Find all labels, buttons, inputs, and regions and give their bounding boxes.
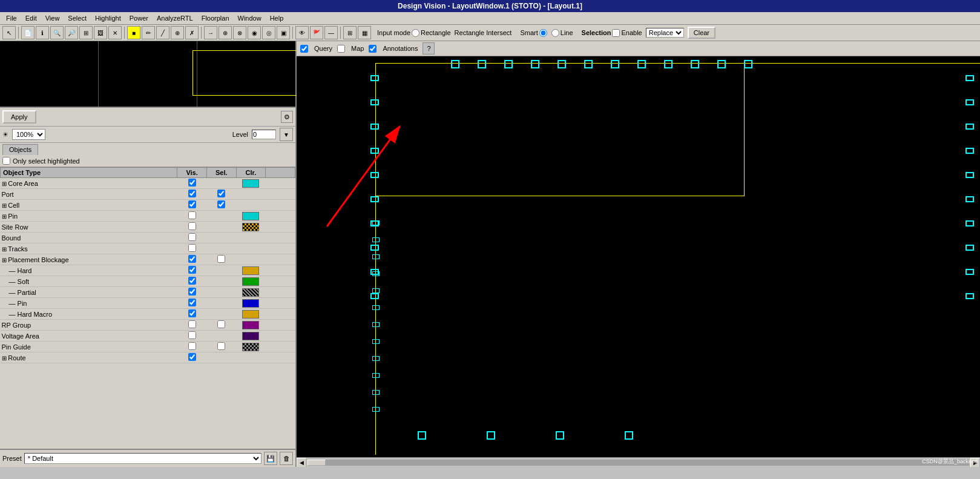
- clr-cell[interactable]: [236, 243, 266, 254]
- vis-checkbox[interactable]: [188, 244, 196, 252]
- color-swatch[interactable]: [242, 179, 259, 188]
- color-swatch[interactable]: [242, 299, 259, 308]
- menu-window[interactable]: Window: [234, 13, 265, 23]
- tool-zoom-fit[interactable]: ⊞: [79, 26, 93, 39]
- canvas-content[interactable]: [297, 57, 980, 455]
- color-swatch[interactable]: [242, 332, 259, 340]
- clr-cell[interactable]: [236, 233, 266, 243]
- tool-grid1[interactable]: ⊞: [343, 26, 357, 39]
- tool-x2[interactable]: ✗: [185, 26, 199, 39]
- tool-x[interactable]: ✕: [108, 26, 122, 39]
- vis-checkbox[interactable]: [188, 309, 196, 317]
- vis-checkbox[interactable]: [188, 200, 196, 208]
- tool-info[interactable]: ℹ: [36, 26, 49, 39]
- preset-save-button[interactable]: 💾: [264, 452, 277, 465]
- sel-checkbox[interactable]: [217, 190, 225, 197]
- tool-minus[interactable]: —: [324, 26, 338, 39]
- clr-cell[interactable]: [236, 178, 266, 189]
- radio-rectangle[interactable]: [412, 29, 419, 37]
- vis-checkbox[interactable]: [188, 222, 196, 230]
- table-row[interactable]: Voltage Area: [1, 331, 295, 342]
- clr-cell[interactable]: [236, 189, 266, 200]
- expand-icon[interactable]: ⊞: [2, 202, 8, 209]
- vis-checkbox[interactable]: [188, 353, 196, 361]
- color-swatch[interactable]: [242, 266, 259, 275]
- table-row[interactable]: — Hard: [1, 265, 295, 276]
- table-row[interactable]: Site Row: [1, 222, 295, 233]
- vis-checkbox[interactable]: [188, 255, 196, 263]
- hscroll[interactable]: ◀ ▶: [297, 457, 980, 467]
- color-swatch[interactable]: [242, 343, 259, 351]
- table-row[interactable]: — Soft: [1, 276, 295, 287]
- vis-checkbox[interactable]: [188, 179, 196, 187]
- tool-image[interactable]: 🖼: [94, 26, 107, 39]
- clr-cell[interactable]: [236, 200, 266, 211]
- apply-button[interactable]: Apply: [2, 110, 36, 124]
- vis-checkbox[interactable]: [188, 190, 196, 197]
- color-swatch[interactable]: [242, 288, 259, 297]
- sel-checkbox[interactable]: [217, 200, 225, 208]
- tool-eye[interactable]: 👁: [295, 26, 309, 39]
- help-button[interactable]: ?: [423, 42, 435, 55]
- vis-checkbox[interactable]: [188, 299, 196, 306]
- menu-help[interactable]: Help: [266, 13, 288, 23]
- menu-power[interactable]: Power: [126, 13, 152, 23]
- vis-checkbox[interactable]: [188, 320, 196, 328]
- menu-file[interactable]: File: [2, 13, 21, 23]
- tool-special[interactable]: ▣: [277, 26, 290, 39]
- tool-zoom2[interactable]: ⊕: [219, 26, 232, 39]
- clear-button[interactable]: Clear: [688, 27, 715, 39]
- table-row[interactable]: ⊞ Tracks: [1, 243, 295, 254]
- clr-cell[interactable]: [236, 352, 266, 363]
- clr-cell[interactable]: [236, 309, 266, 320]
- scroll-thumb[interactable]: [307, 460, 326, 466]
- menu-highlight[interactable]: Highlight: [91, 13, 125, 23]
- table-row[interactable]: RP Group: [1, 320, 295, 331]
- tab-objects[interactable]: Objects: [2, 144, 38, 155]
- gear-button[interactable]: ⚙: [281, 111, 293, 123]
- sel-checkbox[interactable]: [217, 320, 225, 328]
- query-checkbox[interactable]: [300, 45, 308, 53]
- table-row[interactable]: ⊞ Placement Blockage: [1, 254, 295, 265]
- table-row[interactable]: ⊞ Route: [1, 352, 295, 363]
- expand-icon[interactable]: ⊞: [2, 213, 8, 220]
- radio-line[interactable]: [551, 29, 559, 37]
- table-row[interactable]: — Partial: [1, 287, 295, 298]
- level-scroll[interactable]: ▼: [280, 128, 293, 141]
- clr-cell[interactable]: [236, 287, 266, 298]
- map-checkbox[interactable]: [337, 45, 345, 53]
- object-table-container[interactable]: Object Type Vis. Sel. Clr.: [0, 167, 295, 449]
- menu-view[interactable]: View: [42, 13, 64, 23]
- tool-grid2[interactable]: ▦: [358, 26, 371, 39]
- tool-pencil[interactable]: ✏: [142, 26, 155, 39]
- vis-checkbox[interactable]: [188, 288, 196, 296]
- color-swatch[interactable]: [242, 310, 259, 319]
- vis-checkbox[interactable]: [188, 277, 196, 285]
- table-row[interactable]: — Pin: [1, 298, 295, 309]
- vis-checkbox[interactable]: [188, 331, 196, 339]
- tool-slash[interactable]: ╱: [156, 26, 169, 39]
- clr-cell[interactable]: [236, 320, 266, 331]
- tool-zoom5[interactable]: ◎: [262, 26, 275, 39]
- zoom-select[interactable]: 100% 50% 75% 150% 200%: [12, 129, 45, 140]
- replace-select[interactable]: Replace Add Remove: [646, 28, 684, 38]
- menu-analyzertl[interactable]: AnalyzeRTL: [153, 13, 197, 23]
- scroll-track[interactable]: [307, 460, 969, 466]
- tool-pointer[interactable]: ↖: [2, 26, 16, 39]
- menu-select[interactable]: Select: [64, 13, 90, 23]
- sel-checkbox[interactable]: [217, 255, 225, 263]
- clr-cell[interactable]: [236, 265, 266, 276]
- annotations-checkbox[interactable]: [369, 45, 377, 53]
- table-row[interactable]: Port: [1, 189, 295, 200]
- tool-crosshair[interactable]: ⊕: [171, 26, 184, 39]
- tool-zoom3[interactable]: ⊗: [233, 26, 246, 39]
- vis-checkbox[interactable]: [188, 266, 196, 274]
- table-row[interactable]: ⊞ Pin: [1, 211, 295, 222]
- clr-cell[interactable]: [236, 276, 266, 287]
- clr-cell[interactable]: [236, 342, 266, 352]
- sel-checkbox[interactable]: [217, 342, 225, 350]
- color-swatch[interactable]: [242, 277, 259, 286]
- tool-arrow[interactable]: →: [204, 26, 217, 39]
- expand-icon[interactable]: ⊞: [2, 257, 8, 263]
- expand-icon[interactable]: ⊞: [2, 355, 8, 362]
